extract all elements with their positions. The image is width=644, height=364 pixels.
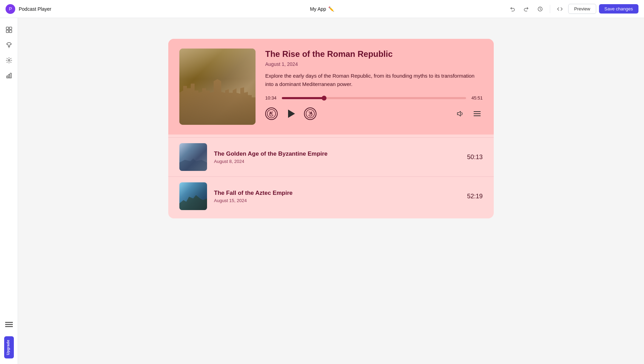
play-button[interactable] xyxy=(283,106,298,121)
list-item[interactable]: The Golden Age of the Byzantine Empire A… xyxy=(168,137,494,176)
preview-button[interactable]: Preview xyxy=(568,4,596,14)
save-button[interactable]: Save changes xyxy=(599,4,638,14)
progress-fill xyxy=(282,97,324,99)
sidebar-item-grid[interactable] xyxy=(3,24,15,36)
svg-rect-2 xyxy=(9,27,12,29)
byzantine-thumbnail-image xyxy=(179,143,207,171)
list-date-byzantine: August 8, 2024 xyxy=(214,159,460,164)
active-episode-date: August 1, 2024 xyxy=(265,61,483,67)
sidebar: Upgrade xyxy=(0,18,18,364)
play-icon xyxy=(288,110,295,118)
svg-point-6 xyxy=(8,60,10,61)
list-info-aztec: The Fall of the Aztec Empire August 15, … xyxy=(214,190,460,203)
skip-forward-button[interactable]: 15 xyxy=(304,107,316,120)
aztec-thumbnail-image xyxy=(179,182,207,210)
svg-rect-1 xyxy=(6,27,9,29)
content-area: The Rise of the Roman Republic August 1,… xyxy=(18,18,644,364)
active-episode-title: The Rise of the Roman Republic xyxy=(265,49,483,59)
skip-back-button[interactable]: 15 xyxy=(265,107,278,120)
thumbnail-image xyxy=(179,49,256,125)
topbar-left: P Podcast Player xyxy=(6,4,51,14)
topbar: P Podcast Player My App ✏️ Preview Save … xyxy=(0,0,644,18)
undo-button[interactable] xyxy=(507,3,518,15)
controls-row: 15 15 xyxy=(265,106,483,121)
progress-thumb[interactable] xyxy=(322,96,327,101)
app-title: Podcast Player xyxy=(19,6,51,12)
list-item[interactable]: The Fall of the Aztec Empire August 15, … xyxy=(168,176,494,216)
code-button[interactable] xyxy=(554,3,565,15)
episode-list: The Golden Age of the Byzantine Empire A… xyxy=(168,135,494,218)
list-thumbnail-byzantine xyxy=(179,143,207,171)
history-button[interactable] xyxy=(535,3,546,15)
list-duration-aztec: 52:19 xyxy=(467,193,483,200)
redo-button[interactable] xyxy=(521,3,532,15)
svg-rect-3 xyxy=(6,30,9,33)
active-episode-thumbnail xyxy=(179,49,256,125)
svg-text:15: 15 xyxy=(270,113,273,115)
main-layout: Upgrade The Rise of the Roman Republic A… xyxy=(0,18,644,364)
center-title: My App xyxy=(310,6,326,12)
sidebar-item-pin[interactable] xyxy=(3,39,15,51)
app-logo: P xyxy=(6,4,15,14)
topbar-right: Preview Save changes xyxy=(507,3,638,15)
svg-rect-8 xyxy=(8,75,10,78)
logo-letter: P xyxy=(9,6,12,11)
upgrade-button[interactable]: Upgrade xyxy=(4,336,14,358)
progress-bar[interactable] xyxy=(282,97,466,99)
active-episode-info: The Rise of the Roman Republic August 1,… xyxy=(265,49,483,121)
svg-text:15: 15 xyxy=(309,113,312,115)
podcast-player: The Rise of the Roman Republic August 1,… xyxy=(168,39,494,218)
list-thumbnail-aztec xyxy=(179,182,207,210)
active-episode-desc: Explore the early days of the Roman Repu… xyxy=(265,72,483,88)
svg-rect-7 xyxy=(7,76,8,78)
sidebar-item-settings[interactable] xyxy=(3,54,15,67)
list-duration-byzantine: 50:13 xyxy=(467,154,483,161)
list-date-aztec: August 15, 2024 xyxy=(214,198,460,203)
svg-rect-9 xyxy=(10,73,11,78)
progress-row: 10:34 45:51 xyxy=(265,95,483,101)
svg-rect-4 xyxy=(9,30,12,33)
divider-1 xyxy=(550,5,550,13)
menu-button[interactable] xyxy=(472,108,483,119)
edit-icon[interactable]: ✏️ xyxy=(328,6,334,12)
list-title-byzantine: The Golden Age of the Byzantine Empire xyxy=(214,150,460,157)
total-time: 45:51 xyxy=(469,95,483,101)
current-time: 10:34 xyxy=(265,95,278,101)
sidebar-bottom-icon[interactable] xyxy=(3,318,15,331)
sidebar-item-analytics[interactable] xyxy=(3,69,15,82)
active-episode: The Rise of the Roman Republic August 1,… xyxy=(168,39,494,135)
list-info-byzantine: The Golden Age of the Byzantine Empire A… xyxy=(214,150,460,164)
list-title-aztec: The Fall of the Aztec Empire xyxy=(214,190,460,197)
volume-button[interactable] xyxy=(455,108,466,119)
topbar-center: My App ✏️ xyxy=(310,6,334,12)
